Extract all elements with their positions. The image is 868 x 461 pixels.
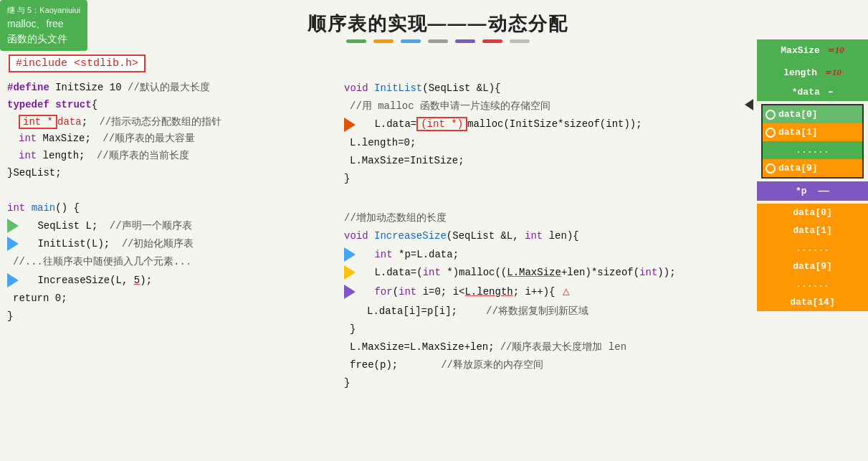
mem-maxsize-row: MaxSize ＝10 <box>757 39 868 62</box>
mem-new-data0: data[0] <box>757 204 868 222</box>
define-line: #define InitSize 10 //默认的最大长度 <box>7 80 330 97</box>
main-func-block: int main() { SeqList L; //声明一个顺序表 InitLi… <box>7 199 330 325</box>
mem-new-data-group: data[0] data[1] ...... data[9] ...... da… <box>757 204 868 311</box>
dot-1 <box>346 39 366 43</box>
include-statement: #include <stdlib.h> <box>9 54 146 72</box>
note-line0: 继 与 5：Kaoyaniuiui <box>7 4 80 16</box>
mem-new-dots2: ...... <box>757 275 868 293</box>
dot-4 <box>428 39 448 43</box>
note-line2: 函数的头文件 <box>7 32 80 47</box>
mem-old-data-box: data[0] data[1] ...... data[9] <box>761 104 864 179</box>
dot-2 <box>373 39 394 43</box>
dot-6 <box>482 39 502 43</box>
mem-length-row: length ＝10 <box>757 62 868 84</box>
mem-data-dots: ...... <box>763 141 862 159</box>
note-line1: malloc、free <box>7 16 80 32</box>
increasesize-block: //增加动态数组的长度 void IncreaseSize(SeqList &L… <box>344 209 745 392</box>
struct-block: typedef struct{ int *data; //指示动态分配数组的指针… <box>7 97 330 182</box>
mem-p-row: *p —— <box>757 181 868 201</box>
page-title: 顺序表的实现———动态分配 <box>122 6 753 39</box>
mem-data1: data[1] <box>763 123 862 141</box>
mem-new-data14: data[14] <box>757 293 868 311</box>
mem-new-data1: data[1] <box>757 222 868 239</box>
dot-3 <box>401 39 421 43</box>
right-code-panel: void InitList(SeqList &L){ //用 malloc 函数… <box>344 80 745 393</box>
top-left-note: 继 与 5：Kaoyaniuiui malloc、free 函数的头文件 <box>0 0 87 51</box>
mem-data0: data[0] <box>763 105 862 123</box>
mem-new-data9: data[9] <box>757 257 868 275</box>
left-code-panel: #define InitSize 10 //默认的最大长度 typedef st… <box>7 80 330 393</box>
memory-visualization: MaxSize ＝10 length ＝10 *data ⬅ data[0] d… <box>757 39 868 311</box>
dot-5 <box>455 39 475 43</box>
mem-new-dots1: ...... <box>757 239 868 257</box>
data-arrow-icon <box>745 99 753 110</box>
header-dots <box>122 39 753 43</box>
dot-7 <box>510 39 530 43</box>
mem-dataptr-row: *data ⬅ <box>757 83 868 101</box>
mem-data9: data[9] <box>763 159 862 177</box>
initlist-block: void InitList(SeqList &L){ //用 malloc 函数… <box>344 80 745 188</box>
